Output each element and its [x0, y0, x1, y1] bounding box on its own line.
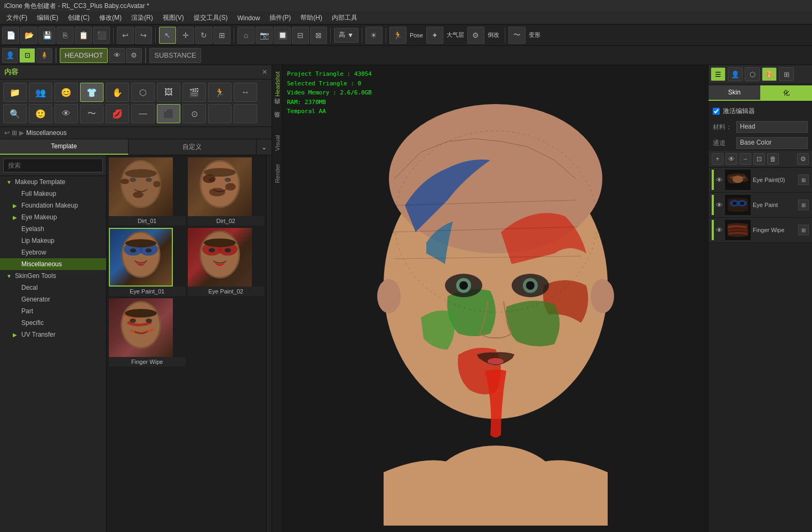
icon-brow[interactable]: —	[131, 104, 155, 123]
tb2-eye[interactable]: 👁	[109, 48, 125, 63]
layer-visibility-fingerwipe[interactable]: 👁	[716, 226, 723, 234]
search-input[interactable]	[3, 158, 103, 172]
tb-select[interactable]: ↖	[159, 27, 176, 44]
tab-expand[interactable]: ⌄	[257, 139, 272, 155]
menu-window[interactable]: Window	[233, 13, 265, 23]
tree-item-miscellaneous[interactable]: Miscellaneous	[0, 258, 106, 270]
tree-item-lip-makeup[interactable]: Lip Makeup	[0, 235, 106, 247]
layer-remove[interactable]: −	[739, 153, 751, 165]
tb2-body[interactable]: 🧍	[36, 48, 52, 63]
icon-eye[interactable]: 👁	[54, 104, 78, 123]
tb-open[interactable]: 📂	[20, 27, 37, 44]
tree-item-makeup-template[interactable]: ▼ Makeup Template	[0, 176, 106, 188]
layer-item-eyepaint[interactable]: 👁 Eye Paint ⊞	[708, 193, 812, 218]
icon-hand[interactable]: ✋	[106, 83, 129, 102]
tb-grid[interactable]: ⊠	[310, 27, 327, 44]
menu-file[interactable]: 文件(F)	[2, 12, 31, 23]
icon-blank2[interactable]	[234, 104, 257, 123]
icon-skin[interactable]: ⬛	[157, 104, 180, 123]
tb-deform[interactable]: 〜	[508, 27, 526, 44]
menu-internal[interactable]: 内部工具	[328, 12, 362, 23]
menu-plugin[interactable]: 插件(P)	[265, 12, 295, 23]
tb-scale[interactable]: ⊞	[213, 27, 230, 44]
layer-visibility-eyepaint[interactable]: 👁	[716, 201, 723, 209]
rt-tab-hex[interactable]: ⬡	[745, 67, 760, 81]
tb2-person[interactable]: 👤	[2, 48, 18, 63]
icon-motion[interactable]: ↔	[234, 83, 257, 102]
layer-delete[interactable]: 🗑	[767, 153, 779, 165]
breadcrumb-grid-icon[interactable]: ⊞	[12, 129, 17, 137]
vert-tab-content[interactable]: 内容	[272, 103, 282, 116]
tb-edit-btn[interactable]: ⚙	[467, 27, 484, 44]
icon-anim[interactable]: 🎬	[182, 83, 206, 102]
tb2-face[interactable]: ⊡	[19, 48, 35, 63]
vert-tab-headshot[interactable]: Headshot	[273, 65, 282, 103]
tree-item-foundation[interactable]: ▶ Foundation Makeup	[0, 200, 106, 211]
layer-settings-fingerwipe[interactable]: ⊞	[798, 225, 809, 235]
icon-lip[interactable]: 💋	[106, 104, 129, 123]
icon-people[interactable]: 👥	[29, 83, 52, 102]
tree-item-decal[interactable]: Decal	[0, 282, 106, 293]
icon-body[interactable]: 👕	[80, 83, 104, 102]
layer-visibility-eyepaint0[interactable]: 👁	[716, 176, 723, 184]
layer-item-fingerwipe[interactable]: 👁 Finger Wipe ⊞	[708, 218, 812, 243]
icon-search[interactable]: 🔍	[3, 104, 27, 123]
viewport[interactable]: Project Triangle : 43054 Selected Triang…	[283, 65, 708, 532]
tb-move[interactable]: ✛	[177, 27, 194, 44]
tree-item-full-makeup[interactable]: Full Makeup	[0, 188, 106, 200]
tree-item-part[interactable]: Part	[0, 305, 106, 317]
rt-tab-menu[interactable]: ☰	[711, 67, 726, 81]
skin-tab-skin[interactable]: Skin	[708, 85, 760, 101]
vert-tab-visual[interactable]: Visual	[273, 129, 282, 157]
tab-custom[interactable]: 自定义	[129, 139, 257, 155]
tb2-gear[interactable]: ⚙	[126, 48, 142, 63]
tb-undo[interactable]: ↩	[117, 27, 134, 44]
thumb-dirt02[interactable]: Dirt_02	[188, 157, 265, 226]
thumb-eyepaint02[interactable]: Eye Paint_02	[188, 228, 265, 296]
tb2-headshot[interactable]: HEADSHOT	[60, 48, 108, 63]
vert-tab-scene[interactable]: 场景	[272, 116, 282, 129]
thumb-eyepaint01[interactable]: Eye Paint_01	[109, 228, 186, 296]
icon-morph[interactable]: ⬡	[131, 83, 155, 102]
tab-template[interactable]: Template	[0, 139, 129, 155]
icon-head[interactable]: 🙂	[29, 104, 52, 123]
tree-item-skingen[interactable]: ▼ SkinGen Tools	[0, 270, 106, 282]
icon-image[interactable]: 🖼	[157, 83, 180, 102]
layer-settings-eyepaint0[interactable]: ⊞	[798, 174, 809, 185]
tb-save[interactable]: 💾	[38, 27, 55, 44]
menu-help[interactable]: 帮助(H)	[296, 12, 327, 23]
icon-blank1[interactable]	[208, 104, 232, 123]
tree-item-specific[interactable]: Specific	[0, 317, 106, 329]
close-btn[interactable]: ✕	[262, 68, 267, 76]
icon-face[interactable]: 😊	[54, 83, 78, 102]
layer-add[interactable]: +	[712, 153, 723, 165]
tb-paste[interactable]: 📋	[75, 27, 92, 44]
thumb-fingerwipe[interactable]: Finger Wipe	[109, 298, 186, 367]
rt-tab-paint[interactable]: 🎨	[762, 67, 777, 81]
tb-frame[interactable]: ⊟	[292, 27, 309, 44]
menu-create[interactable]: 创建(C)	[63, 12, 94, 23]
layer-item-eyepaint0[interactable]: 👁 Eye Paint(0) ⊞	[708, 168, 812, 193]
tb-sq[interactable]: ⬛	[93, 27, 110, 44]
menu-render[interactable]: 渲染(R)	[127, 12, 157, 23]
tb-pose[interactable]: 🏃	[389, 27, 407, 44]
tb2-substance[interactable]: SUBSTANCE	[149, 48, 201, 63]
tb-new[interactable]: 📄	[2, 27, 19, 44]
rt-tab-person[interactable]: 👤	[728, 67, 743, 81]
menu-view[interactable]: 视图(V)	[158, 12, 188, 23]
tb-sun[interactable]: ☀	[365, 27, 383, 44]
tb-redo[interactable]: ↪	[135, 27, 152, 44]
tree-item-generator[interactable]: Generator	[0, 293, 106, 305]
layer-eye[interactable]: 👁	[726, 153, 737, 165]
icon-pose[interactable]: 🏃	[208, 83, 232, 102]
thumb-dirt01[interactable]: Dirt_01	[109, 157, 186, 226]
vert-tab-render[interactable]: Render	[273, 157, 282, 189]
tb-quality[interactable]: 高 ▼	[334, 28, 359, 43]
layer-settings-eyepaint[interactable]: ⊞	[798, 200, 809, 210]
tb-home[interactable]: ⌂	[237, 27, 254, 44]
tb-copy[interactable]: ⎘	[57, 27, 74, 44]
menu-modify[interactable]: 修改(M)	[95, 12, 126, 23]
skin-tab-makeup[interactable]: 化	[760, 85, 812, 101]
menu-edit[interactable]: 编辑(E)	[33, 12, 62, 23]
tb-cam2[interactable]: 🔲	[274, 27, 291, 44]
